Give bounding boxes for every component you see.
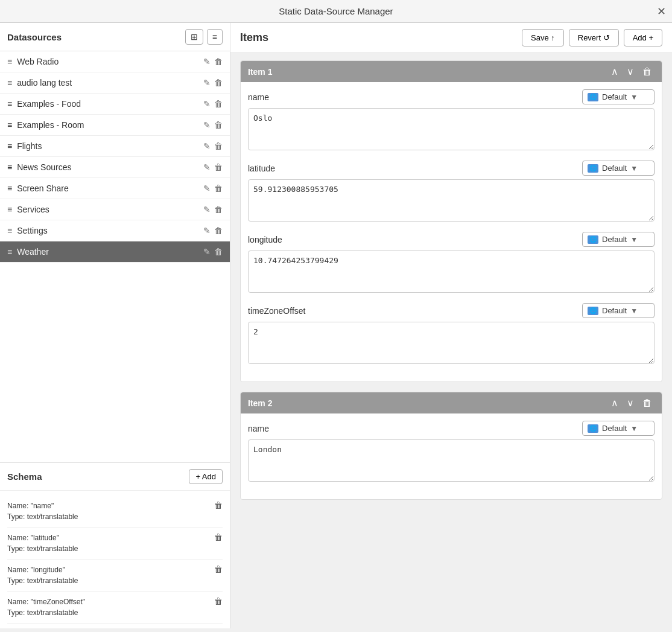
move-down-button-2[interactable]: ∨ xyxy=(624,397,636,409)
add-schema-button[interactable]: + Add xyxy=(189,469,223,484)
move-down-button-1[interactable]: ∨ xyxy=(624,66,636,77)
delete-button-services[interactable]: 🗑 xyxy=(214,205,223,214)
main-layout: Datasources ⊞ ≡ ≡ Web Radio ✎ 🗑 ≡ audio … xyxy=(0,23,672,628)
sidebar-item-services[interactable]: ≡ Services ✎ 🗑 xyxy=(0,199,230,220)
datasource-stack-icon: ≡ xyxy=(7,141,12,151)
lang-select-name[interactable]: 🌐 Default ▼ xyxy=(582,89,655,104)
datasource-actions: ✎ 🗑 xyxy=(203,226,223,235)
datasource-list: ≡ Web Radio ✎ 🗑 ≡ audio lang test ✎ 🗑 ≡ … xyxy=(0,51,230,463)
delete-item-button-1[interactable]: 🗑 xyxy=(640,66,655,77)
datasource-actions: ✎ 🗑 xyxy=(203,78,223,88)
field-textarea-longitude[interactable]: 10.747264253799429 xyxy=(248,251,655,293)
datasource-label: Examples - Food xyxy=(17,99,203,109)
item-card-header-2: Item 2 ∧ ∨ 🗑 xyxy=(241,392,662,413)
delete-button-weather[interactable]: 🗑 xyxy=(214,247,223,257)
item-card-2: Item 2 ∧ ∨ 🗑 name 🌐 Default ▼ xyxy=(240,392,662,500)
datasource-stack-icon: ≡ xyxy=(7,57,12,66)
chevron-down-icon: ▼ xyxy=(630,235,638,244)
lang-select-latitude[interactable]: 🌐 Default ▼ xyxy=(582,161,655,176)
delete-button-flights[interactable]: 🗑 xyxy=(214,141,223,151)
items-content: Item 1 ∧ ∨ 🗑 name 🌐 Default ▼ xyxy=(230,53,672,628)
delete-button-audio-lang-test[interactable]: 🗑 xyxy=(214,78,223,88)
right-panel: Items Save ↑ Revert ↺ Add + Item 1 ∧ ∨ 🗑 xyxy=(230,23,672,628)
sidebar-item-weather[interactable]: ≡ Weather ✎ 🗑 xyxy=(0,241,230,263)
datasource-actions: ✎ 🗑 xyxy=(203,57,223,66)
lang-label: Default xyxy=(602,306,627,315)
flag-icon: 🌐 xyxy=(588,307,598,315)
edit-button-audio-lang-test[interactable]: ✎ xyxy=(203,78,211,88)
field-row-name: name 🌐 Default ▼ London xyxy=(248,421,655,484)
lang-select-timezoneoffset[interactable]: 🌐 Default ▼ xyxy=(582,303,655,318)
schema-delete-name[interactable]: 🗑 xyxy=(214,500,223,510)
edit-button-examples-food[interactable]: ✎ xyxy=(203,99,211,109)
move-up-button-1[interactable]: ∧ xyxy=(609,66,621,77)
edit-button-flights[interactable]: ✎ xyxy=(203,141,211,151)
layout-icon-button[interactable]: ⊞ xyxy=(185,29,203,45)
field-row-latitude: latitude 🌐 Default ▼ 59.912300885953705 xyxy=(248,161,655,223)
schema-field-latitude: Name: "latitude"Type: text/translatable … xyxy=(7,528,223,560)
sidebar-item-examples-room[interactable]: ≡ Examples - Room ✎ 🗑 xyxy=(0,115,230,136)
delete-button-screen-share[interactable]: 🗑 xyxy=(214,184,223,193)
delete-button-web-radio[interactable]: 🗑 xyxy=(214,57,223,66)
move-up-button-2[interactable]: ∧ xyxy=(609,397,621,409)
revert-button[interactable]: Revert ↺ xyxy=(569,29,619,46)
field-label-longitude: longitude xyxy=(248,235,582,244)
datasource-stack-icon: ≡ xyxy=(7,162,12,172)
item-card-header-1: Item 1 ∧ ∨ 🗑 xyxy=(241,61,662,82)
datasource-stack-icon: ≡ xyxy=(7,247,12,257)
edit-button-web-radio[interactable]: ✎ xyxy=(203,57,211,66)
sidebar-item-audio-lang-test[interactable]: ≡ audio lang test ✎ 🗑 xyxy=(0,72,230,94)
flag-icon: 🌐 xyxy=(588,164,598,173)
edit-button-examples-room[interactable]: ✎ xyxy=(203,120,211,130)
field-textarea-name[interactable]: Oslo xyxy=(248,108,655,150)
datasource-label: Settings xyxy=(17,226,203,235)
delete-button-news-sources[interactable]: 🗑 xyxy=(214,162,223,172)
datasources-header: Datasources ⊞ ≡ xyxy=(0,23,230,51)
lang-select-longitude[interactable]: 🌐 Default ▼ xyxy=(582,232,655,247)
datasource-actions: ✎ 🗑 xyxy=(203,162,223,172)
item-card-body-2: name 🌐 Default ▼ London xyxy=(241,413,662,499)
sidebar-item-news-sources[interactable]: ≡ News Sources ✎ 🗑 xyxy=(0,157,230,178)
sidebar-item-screen-share[interactable]: ≡ Screen Share ✎ 🗑 xyxy=(0,178,230,199)
field-textarea-latitude[interactable]: 59.912300885953705 xyxy=(248,179,655,222)
field-textarea-timezoneoffset[interactable]: 2 xyxy=(248,322,655,364)
settings-icon-button[interactable]: ≡ xyxy=(207,29,223,45)
field-label-name: name xyxy=(248,92,582,102)
edit-button-news-sources[interactable]: ✎ xyxy=(203,162,211,172)
schema-field-timeZoneOffset: Name: "timeZoneOffset"Type: text/transla… xyxy=(7,592,223,624)
datasources-title: Datasources xyxy=(7,32,182,42)
item-card-1: Item 1 ∧ ∨ 🗑 name 🌐 Default ▼ xyxy=(240,60,662,382)
schema-field-name: Name: "name"Type: text/translatable 🗑 xyxy=(7,496,223,528)
field-row-timezoneoffset: timeZoneOffset 🌐 Default ▼ 2 xyxy=(248,303,655,366)
schema-delete-latitude[interactable]: 🗑 xyxy=(214,532,223,542)
datasource-actions: ✎ 🗑 xyxy=(203,205,223,214)
schema-delete-longitude[interactable]: 🗑 xyxy=(214,564,223,574)
datasource-label: Web Radio xyxy=(17,57,203,66)
sidebar-item-web-radio[interactable]: ≡ Web Radio ✎ 🗑 xyxy=(0,51,230,72)
sidebar-item-flights[interactable]: ≡ Flights ✎ 🗑 xyxy=(0,136,230,157)
schema-field-text: Name: "latitude"Type: text/translatable xyxy=(7,532,214,554)
chevron-down-icon: ▼ xyxy=(630,424,638,433)
schema-delete-timeZoneOffset[interactable]: 🗑 xyxy=(214,596,223,606)
chevron-down-icon: ▼ xyxy=(630,164,638,173)
save-button[interactable]: Save ↑ xyxy=(522,29,564,46)
edit-button-weather[interactable]: ✎ xyxy=(203,247,211,257)
field-textarea-name[interactable]: London xyxy=(248,439,655,482)
schema-field-text: Name: "name"Type: text/translatable xyxy=(7,500,214,522)
lang-label: Default xyxy=(602,164,627,173)
add-item-button[interactable]: Add + xyxy=(624,29,662,46)
delete-button-examples-food[interactable]: 🗑 xyxy=(214,99,223,109)
edit-button-settings[interactable]: ✎ xyxy=(203,226,211,235)
field-row-header-name: name 🌐 Default ▼ xyxy=(248,421,655,436)
sidebar-item-examples-food[interactable]: ≡ Examples - Food ✎ 🗑 xyxy=(0,94,230,115)
edit-button-screen-share[interactable]: ✎ xyxy=(203,184,211,193)
sidebar-item-settings[interactable]: ≡ Settings ✎ 🗑 xyxy=(0,220,230,241)
lang-select-name[interactable]: 🌐 Default ▼ xyxy=(582,421,655,436)
datasource-actions: ✎ 🗑 xyxy=(203,99,223,109)
close-button[interactable]: ✕ xyxy=(657,5,666,18)
delete-item-button-2[interactable]: 🗑 xyxy=(640,397,655,409)
edit-button-services[interactable]: ✎ xyxy=(203,205,211,214)
delete-button-examples-room[interactable]: 🗑 xyxy=(214,120,223,130)
delete-button-settings[interactable]: 🗑 xyxy=(214,226,223,235)
schema-field-text: Name: "timeZoneOffset"Type: text/transla… xyxy=(7,596,214,618)
